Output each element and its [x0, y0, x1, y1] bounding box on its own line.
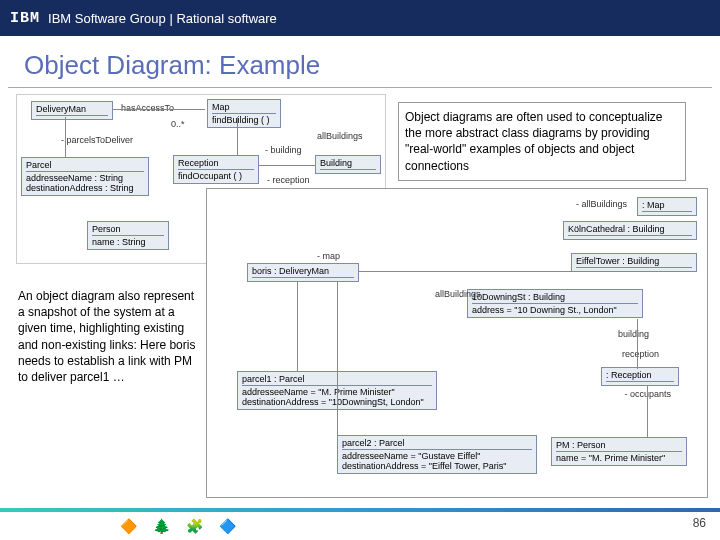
- label-parcels: - parcelsToDeliver: [61, 135, 133, 145]
- label-reception: - reception: [267, 175, 310, 185]
- label-allb: - allBuildings: [576, 199, 627, 209]
- class-parcel: Parcel addresseeName : String destinatio…: [21, 157, 149, 196]
- header-text: IBM Software Group | Rational software: [48, 11, 277, 26]
- description-2: An object diagram also represent a snaps…: [18, 288, 200, 385]
- label-building: - building: [265, 145, 302, 155]
- page-number: 86: [693, 516, 706, 530]
- obj-parcel2: parcel2 : Parcel addresseeName = "Gustav…: [337, 435, 537, 474]
- connector: [237, 117, 238, 155]
- obj-downing: 10DowningSt : Building address = "10 Dow…: [467, 289, 643, 318]
- description-1: Object diagrams are often used to concep…: [398, 102, 686, 181]
- obj-boris: boris : DeliveryMan: [247, 263, 359, 282]
- label-hasaccess: hasAccessTo: [121, 103, 174, 113]
- footer-stripe: [0, 508, 720, 512]
- content-area: DeliveryMan hasAccessTo 0..* Map findBui…: [0, 88, 720, 508]
- obj-koln: KölnCathedral : Building: [563, 221, 697, 240]
- obj-map: : Map: [637, 197, 697, 216]
- object-diagram: : Map - allBuildings KölnCathedral : Bui…: [206, 188, 708, 498]
- ibm-logo: IBM: [10, 10, 40, 27]
- class-map: Map findBuilding ( ): [207, 99, 281, 128]
- footer: 🔶 🌲 🧩 🔷 86: [0, 508, 720, 536]
- page-title: Object Diagram: Example: [8, 36, 712, 88]
- connector: [297, 281, 298, 371]
- class-building: Building: [315, 155, 381, 174]
- label-map: - map: [317, 251, 340, 261]
- obj-reception: : Reception: [601, 367, 679, 386]
- connector: [337, 281, 338, 435]
- connector: [647, 385, 648, 437]
- connector: [359, 271, 609, 272]
- label-building2: building: [618, 329, 649, 339]
- label-reception2: reception: [622, 349, 659, 359]
- footer-icons: 🔶 🌲 🧩 🔷: [120, 518, 242, 534]
- obj-pm: PM : Person name = "M. Prime Minister": [551, 437, 687, 466]
- connector: [65, 117, 66, 157]
- connector: [113, 109, 205, 110]
- connector: [259, 165, 315, 166]
- label-allbuildings: allBuildings: [317, 131, 363, 141]
- label-allb2: allBuildings: [435, 289, 481, 299]
- header-bar: IBM IBM Software Group | Rational softwa…: [0, 0, 720, 36]
- connector: [637, 319, 638, 369]
- obj-eiffel: EiffelTower : Building: [571, 253, 697, 272]
- class-person: Person name : String: [87, 221, 169, 250]
- class-deliveryman: DeliveryMan: [31, 101, 113, 120]
- class-reception: Reception findOccupant ( ): [173, 155, 259, 184]
- label-mult: 0..*: [171, 119, 185, 129]
